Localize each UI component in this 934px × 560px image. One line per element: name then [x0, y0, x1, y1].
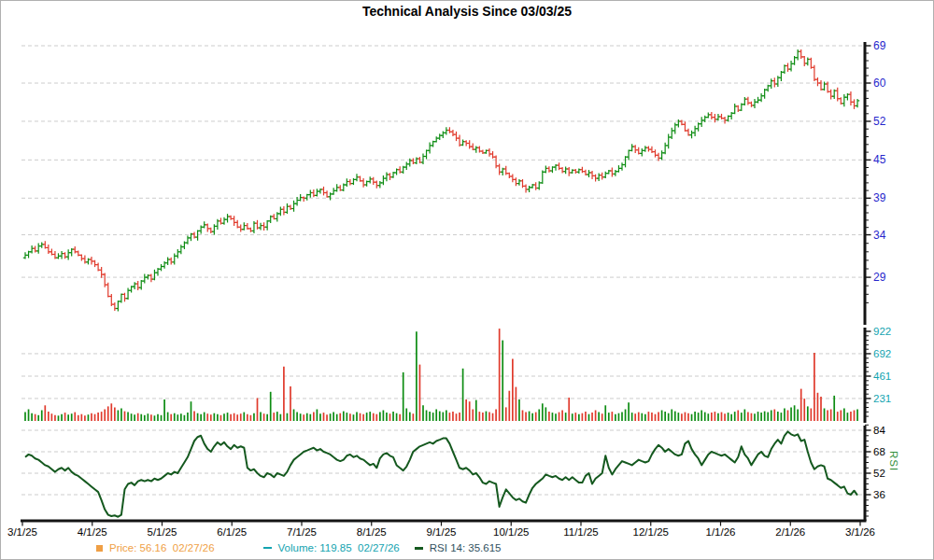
axes [21, 42, 867, 521]
price-axis: 69605245393429 [865, 39, 886, 302]
legend-price-text: Price: 56.16 02/27/26 [109, 542, 215, 553]
price-pane-ohlc-bars [23, 49, 859, 311]
svg-text:5/1/25: 5/1/25 [148, 526, 177, 538]
svg-text:34: 34 [873, 229, 886, 242]
svg-text:9/1/25: 9/1/25 [427, 526, 457, 538]
svg-text:692: 692 [873, 348, 891, 359]
svg-text:68: 68 [873, 446, 885, 457]
svg-text:52: 52 [873, 468, 885, 479]
x-axis: 3/1/254/1/255/1/256/1/257/1/258/1/259/1/… [7, 521, 875, 538]
svg-text:922: 922 [873, 326, 891, 337]
chart-canvas: 6960524539342992269246123184685236RSI3/1… [1, 1, 934, 560]
volume-swatch-icon [263, 547, 272, 549]
svg-text:3/1/26: 3/1/26 [845, 526, 875, 538]
legend-item-price: Price: 56.16 02/27/26 [96, 542, 215, 553]
svg-text:69: 69 [873, 39, 886, 52]
legend: Price: 56.16 02/27/26 Volume: 119.85 02/… [96, 542, 502, 553]
svg-text:39: 39 [873, 191, 886, 204]
legend-rsi-text: RSI 14: 35.615 [430, 542, 502, 553]
rsi-axis-side-label: RSI [888, 451, 899, 471]
legend-item-volume: Volume: 119.85 02/27/26 [263, 542, 400, 553]
legend-item-rsi: RSI 14: 35.615 [415, 542, 502, 553]
svg-text:2/1/26: 2/1/26 [775, 526, 805, 538]
svg-text:3/1/25: 3/1/25 [7, 526, 37, 538]
volume-axis: 922692461231 [865, 326, 891, 416]
volume-pane-bars [25, 329, 857, 421]
technical-analysis-chart: Technical Analysis Since 03/03/25 696052… [0, 0, 934, 560]
svg-text:12/1/25: 12/1/25 [633, 526, 669, 538]
svg-text:461: 461 [873, 371, 891, 382]
svg-text:29: 29 [873, 271, 886, 284]
svg-text:231: 231 [873, 393, 891, 404]
svg-text:52: 52 [873, 115, 886, 128]
svg-text:60: 60 [873, 77, 886, 90]
price-swatch-icon [96, 545, 103, 552]
svg-text:45: 45 [873, 153, 886, 166]
gridlines [21, 46, 865, 495]
svg-text:36: 36 [873, 489, 885, 500]
rsi-swatch-icon [415, 547, 423, 550]
rsi-pane-line [25, 431, 857, 516]
legend-volume-text: Volume: 119.85 02/27/26 [278, 542, 400, 553]
svg-text:6/1/25: 6/1/25 [217, 526, 247, 538]
svg-text:8/1/25: 8/1/25 [357, 526, 387, 538]
svg-text:4/1/25: 4/1/25 [78, 526, 107, 538]
svg-text:84: 84 [873, 425, 885, 436]
svg-text:10/1/25: 10/1/25 [493, 526, 529, 538]
svg-text:1/1/26: 1/1/26 [706, 526, 736, 538]
svg-text:RSI: RSI [888, 451, 899, 471]
rsi-axis: 84685236 [865, 425, 885, 516]
svg-text:7/1/25: 7/1/25 [287, 526, 317, 538]
svg-text:11/1/25: 11/1/25 [563, 526, 599, 538]
